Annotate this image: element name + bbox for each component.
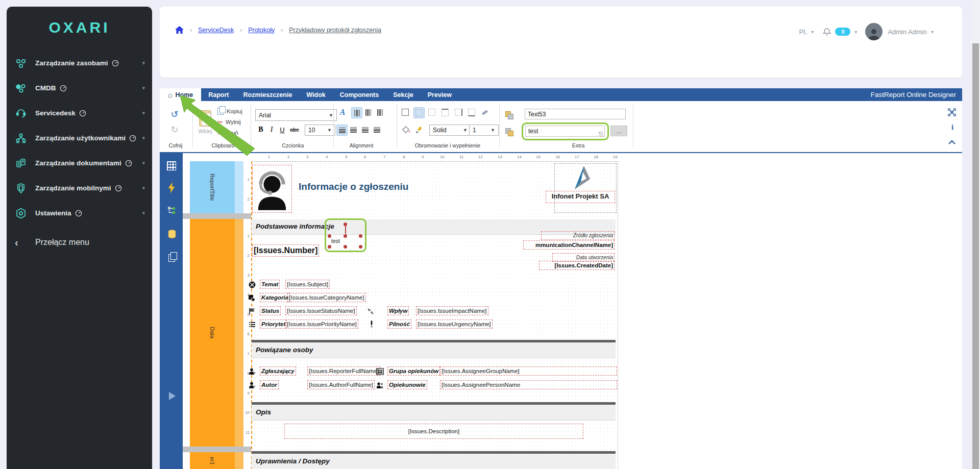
paste-button[interactable]: Wklej <box>197 106 213 138</box>
field-label[interactable]: Kategoria <box>261 294 288 301</box>
selected-text-element[interactable]: test <box>329 236 361 247</box>
tab-raport[interactable]: Raport <box>201 88 236 101</box>
rotation-handle[interactable] <box>344 223 347 226</box>
cut-button[interactable]: ✂ Wytnij <box>217 118 241 126</box>
field-value[interactable]: [Issues.IssueImpactName] <box>418 308 487 314</box>
description-field[interactable]: [Issues.Description] <box>286 425 582 437</box>
report-tree-icon[interactable] <box>167 206 176 215</box>
source-label[interactable]: Źródło zgłoszenia <box>543 233 613 238</box>
element-text-input[interactable] <box>525 126 605 137</box>
tab-widok[interactable]: Widok <box>299 88 332 101</box>
field-value[interactable]: [Issues.IssueCategoryName] <box>289 294 364 301</box>
field-value[interactable]: [Issues.IssueStatusName] <box>287 308 355 314</box>
redo-button[interactable]: ↻ <box>168 124 181 136</box>
collapse-ribbon-button[interactable] <box>947 138 957 146</box>
border-all-button[interactable] <box>400 107 410 117</box>
properties-grid-icon[interactable] <box>167 161 176 170</box>
tab-components[interactable]: Components <box>333 88 386 101</box>
data-source-icon[interactable] <box>168 230 176 239</box>
bring-forward-button[interactable] <box>503 109 513 119</box>
vertical-align-bottom-button[interactable] <box>375 107 385 117</box>
created-label[interactable]: Data utworzenia <box>554 255 613 260</box>
created-value-field[interactable]: [Issues.CreatedDate] <box>541 262 613 268</box>
copy-button[interactable]: Kopiuj <box>217 107 242 115</box>
send-backward-button[interactable] <box>503 126 513 136</box>
breadcrumb-link-servicedesk[interactable]: ServiceDesk <box>198 27 234 34</box>
person-label[interactable]: Opiekunowie <box>389 382 426 388</box>
line-color-button[interactable] <box>413 125 424 135</box>
tab-sekcje[interactable]: Sekcje <box>386 88 421 101</box>
resize-handle[interactable] <box>328 245 331 249</box>
sidebar-item-zarzadzanie-uzytkownikami[interactable]: Zarządzanie użytkownikami ▾ <box>7 126 152 151</box>
border-style-select[interactable]: Solid▼ <box>429 125 471 136</box>
resize-handle[interactable] <box>359 234 362 238</box>
user-name[interactable]: Admin Admin <box>888 28 927 36</box>
fullscreen-button[interactable] <box>947 107 957 117</box>
bell-icon[interactable] <box>823 28 831 36</box>
band-reporttitle[interactable]: ReportTitle <box>190 161 235 213</box>
person-value[interactable]: [Issues.ReporterFullName] <box>309 368 379 374</box>
resize-handle[interactable] <box>344 234 347 238</box>
source-value-field[interactable]: mmunicationChannelName] <box>525 242 613 248</box>
section-header-people[interactable]: Powiązane osoby <box>252 342 616 358</box>
band-footer[interactable]: er1 <box>190 452 235 469</box>
company-logo[interactable] <box>571 165 591 191</box>
pages-icon[interactable] <box>168 254 175 262</box>
field-label[interactable]: Priorytet <box>261 321 285 327</box>
home-icon[interactable] <box>175 26 184 34</box>
events-icon[interactable] <box>167 183 176 193</box>
language-selector[interactable]: PL <box>799 28 807 36</box>
person-label[interactable]: Grupa opiekunów <box>389 368 438 374</box>
vertical-align-top-button[interactable] <box>351 107 362 118</box>
person-label[interactable]: Zgłaszający <box>261 368 295 374</box>
resize-handle[interactable] <box>328 234 331 238</box>
breadcrumb-link-protokoly[interactable]: Protokoły <box>248 27 275 34</box>
align-right-button[interactable] <box>360 125 370 135</box>
avatar[interactable] <box>865 23 883 40</box>
border-none-button[interactable] <box>427 107 437 117</box>
font-family-select[interactable]: Arial▼ <box>255 109 337 121</box>
align-center-button[interactable] <box>348 125 358 135</box>
person-value[interactable]: [Issues.AssigneeGroupName] <box>442 368 616 374</box>
person-value[interactable]: [Issues.AssigneePersonName <box>442 382 616 388</box>
info-button[interactable]: i <box>949 122 956 132</box>
section-header-permissions[interactable]: Uprawnienia / Dostępy <box>252 454 616 469</box>
band-data[interactable]: Data <box>190 219 235 447</box>
border-bottom-button[interactable] <box>467 107 477 117</box>
element-name-input[interactable] <box>525 109 626 119</box>
resize-handle[interactable] <box>344 245 347 249</box>
report-title-text[interactable]: Informacje o zgłoszeniu <box>299 181 408 192</box>
sidebar-item-ustawienia[interactable]: Ustawienia ▾ <box>7 201 152 226</box>
fill-color-button[interactable] <box>401 125 411 135</box>
align-justify-button[interactable] <box>372 125 382 135</box>
strikethrough-button[interactable]: abc <box>288 125 301 135</box>
border-top-button[interactable] <box>440 107 450 117</box>
sidebar-toggle[interactable]: ‹ Przełącz menu <box>7 231 152 254</box>
border-outside-button[interactable] <box>413 107 425 118</box>
sidebar-item-cmdb[interactable]: CMDB ▾ <box>7 76 152 101</box>
more-button[interactable]: ... <box>610 126 627 136</box>
person-label[interactable]: Autor <box>261 382 277 388</box>
tab-rozmieszczenie[interactable]: Rozmieszczenie <box>236 88 299 101</box>
italic-button[interactable]: I <box>267 125 276 135</box>
field-label[interactable]: Temat <box>261 281 278 287</box>
resize-handle[interactable] <box>599 132 603 136</box>
vertical-align-center-button[interactable] <box>363 107 373 117</box>
company-name-text[interactable]: Infonet Projekt SA <box>547 192 614 202</box>
underline-button[interactable]: U <box>278 125 287 135</box>
section-header-description[interactable]: Opis <box>252 405 616 421</box>
font-size-select[interactable]: 10▼ <box>305 125 335 136</box>
align-left-button[interactable] <box>336 125 348 136</box>
scrollbar-thumb[interactable] <box>972 43 979 469</box>
tab-preview[interactable]: Preview <box>421 88 459 101</box>
border-style-button[interactable] <box>480 107 490 117</box>
sidebar-item-zarzadzanie-zasobami[interactable]: Zarządzanie zasobami ▾ <box>7 51 152 76</box>
field-value[interactable]: [Issues.IssuePriorityName] <box>287 321 357 327</box>
field-value[interactable]: [Issues.IssueUrgencyName] <box>418 321 491 327</box>
tab-home[interactable]: ⌂ Home <box>160 88 201 101</box>
field-label[interactable]: Wpływ <box>389 308 407 314</box>
field-value[interactable]: [Issues.Subject] <box>287 281 328 287</box>
field-label[interactable]: Status <box>261 308 279 314</box>
sidebar-item-zarzadzanie-mobilnymi[interactable]: Zarządzanie mobilnymi ▾ <box>7 176 152 201</box>
report-avatar-image[interactable] <box>254 166 290 211</box>
